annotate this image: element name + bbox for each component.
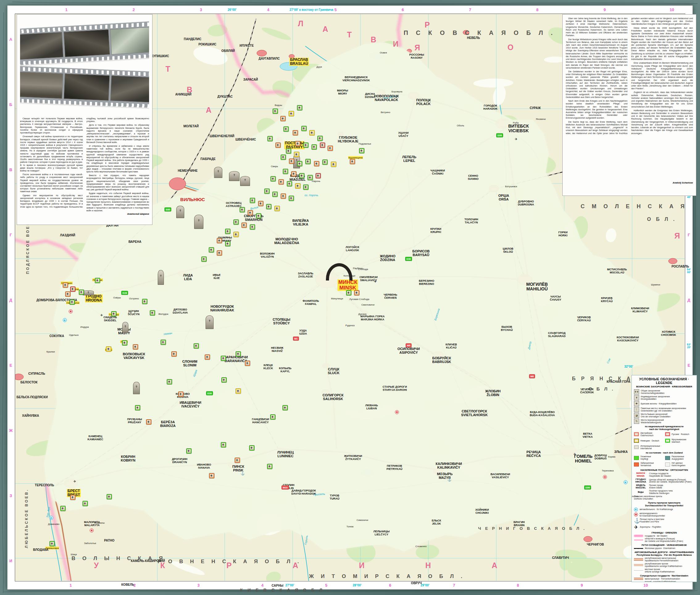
war-grave-marker-icon bbox=[273, 192, 277, 197]
margin-bottom bbox=[7, 581, 693, 590]
country-letter: Я bbox=[674, 231, 680, 240]
war-grave-marker-icon bbox=[295, 183, 300, 189]
city-label: ОВРУЧ bbox=[411, 582, 422, 585]
legend-row-label: Столицы государствHauptstädte der Staate… bbox=[649, 472, 671, 477]
city-label: ЛИДАLIDA bbox=[183, 274, 192, 281]
city-label: ЧЕРНИГОВ bbox=[587, 543, 604, 546]
longitude-label-top: 26°00' bbox=[228, 8, 237, 11]
city-label: ПАНДЕЛИС bbox=[184, 38, 202, 41]
rail-crossing-icon bbox=[603, 475, 607, 479]
city-label: ДУБРОВНОDUBROŬNA bbox=[518, 200, 534, 206]
ww1-photo-icon bbox=[20, 72, 63, 99]
railway-sample bbox=[634, 548, 643, 549]
legend-row-label: прочие · sonstige Kraftfahrbahnen bbox=[645, 580, 676, 582]
legend-grave-type: ✚Братские могилы · Kriegsgräberstätten bbox=[634, 401, 695, 406]
country-letter: У bbox=[94, 561, 99, 570]
legend-row-label: Железные дороги · Eisenbahnen bbox=[645, 547, 675, 549]
war-grave-marker-icon bbox=[350, 159, 355, 164]
city-label: ХАЙНУВКА bbox=[22, 414, 39, 418]
city-label: КРИЧЕВKRYČAŬ bbox=[601, 297, 613, 303]
city-label: ОСИПОВИЧИASIPOVIČY bbox=[398, 347, 420, 355]
grid-number-bottom: 10 bbox=[643, 583, 648, 588]
war-grave-marker-icon bbox=[314, 161, 319, 166]
village-label: Желудок bbox=[158, 313, 169, 315]
city-label: МАЛОРИТАMALARYTA bbox=[84, 521, 100, 527]
city-label: СЛУЦКSLUCK bbox=[328, 368, 339, 375]
legend-grave-type: ✟✟Общие захороненияGemeinschaftsgrabstät… bbox=[634, 389, 695, 395]
grid-letter-left: Е bbox=[9, 363, 12, 368]
gravestone-photo bbox=[176, 206, 184, 218]
nationality-swatch-rus bbox=[665, 432, 670, 436]
country-letter: Л bbox=[298, 19, 303, 28]
country-letter: Т bbox=[165, 64, 170, 74]
war-grave-marker-icon bbox=[112, 311, 116, 316]
city-label: СУПРАСЛЬ bbox=[28, 372, 45, 376]
legend-row-label: автомобильного · für Kraftfahrzeuge bbox=[640, 508, 673, 511]
city-label: НОВОГРУДОКNAVAHRUDAK bbox=[210, 305, 234, 312]
grave-type-icon: ◪ bbox=[634, 413, 639, 418]
city-label: КАМЕНЬ-КАШИРСКИЙ bbox=[131, 560, 165, 563]
war-grave-marker-icon bbox=[359, 148, 364, 153]
city-label: ПОСТАВЫPASTAVY bbox=[284, 141, 305, 149]
gravestone-photo bbox=[122, 322, 128, 333]
legend-crossing: железнодорожногоfür Eisenbahntransportmi… bbox=[634, 512, 695, 517]
village-label: Слобода bbox=[358, 268, 368, 271]
gravestone-photo bbox=[83, 290, 94, 295]
grid-letter-right: Г bbox=[688, 233, 690, 237]
nationality-swatch-isl bbox=[665, 439, 670, 443]
grid-number-bottom: 7 bbox=[453, 583, 455, 588]
legend-row-label: Немецкие · Deutsch bbox=[640, 440, 659, 442]
grave-type-icon: ✟✟ bbox=[634, 389, 639, 395]
grid-letter-left: Д bbox=[9, 298, 12, 303]
road-sample bbox=[634, 570, 643, 571]
legend-road-neighbor: прочие · sonstige Kraftfahrbahnen bbox=[634, 580, 695, 582]
city-label: СОКУЛКА bbox=[50, 335, 64, 338]
village-label: Крулевщина bbox=[348, 156, 363, 159]
map-board: 123456789101234567891026°00'27°00' к вос… bbox=[0, 0, 700, 595]
legend-grave-type: ↻Места перезахороненийWiederbestattungso… bbox=[634, 419, 695, 424]
city-label: ЕЛЬСКJELSK bbox=[432, 519, 442, 525]
grid-number-bottom: 8 bbox=[517, 583, 519, 588]
intro-paragraph: Свыше четырёх лет полыхала Первая мирова… bbox=[20, 117, 83, 134]
city-label: ЛУНИНЕЦLUNINIEC bbox=[277, 451, 294, 458]
grid-number-top: 1 bbox=[65, 7, 67, 12]
region-label: ЛЮБЕЛЬСКОЕ ВОЕВ. bbox=[24, 489, 29, 548]
war-grave-marker-icon bbox=[331, 162, 336, 167]
country-letter: И bbox=[359, 561, 365, 570]
village-label: Мачулищи bbox=[331, 297, 343, 300]
legend-row-label: областей и воеводств (Польша)der Gebiete… bbox=[645, 538, 683, 542]
road-crossing-icon bbox=[624, 480, 628, 484]
legend-settlement: ГРОДНО HRODNAЦентры областей, воеводств … bbox=[634, 478, 695, 484]
city-label: ВЕРХНЕДВИНСКVIERCHNIADZVINSK bbox=[342, 76, 370, 82]
city-label: СТАРЫЕ ДОРОГИSTARYJA DAROHI bbox=[383, 386, 407, 391]
river-label: оз. Нарочь bbox=[305, 194, 318, 197]
legend-road: республиканские магистральныеrepublikani… bbox=[634, 557, 695, 562]
war-grave-marker-icon bbox=[236, 389, 241, 394]
city-label: БРАГИНBRAHIN bbox=[514, 521, 525, 527]
border-sample bbox=[634, 535, 643, 537]
legend-row-label: Общие захороненияGemeinschaftsgrabstätte… bbox=[641, 390, 665, 395]
intro-paragraph: Огненный смерч той войны прокатился и по… bbox=[20, 135, 83, 172]
war-grave-marker-icon bbox=[283, 405, 288, 410]
city-label: ПОЛОЦКPOLACK bbox=[416, 98, 431, 106]
legend-road-neighbor: магистральные · Fernverkehrsstraßen bbox=[634, 578, 695, 580]
war-grave-marker-icon bbox=[107, 494, 112, 499]
city-label: КОПЫЛЬKAPYĹ bbox=[279, 367, 292, 373]
city-label: ЛЕЛЬЧИЦЫLIEĹČYCY bbox=[373, 530, 390, 536]
war-grave-marker-icon bbox=[250, 198, 255, 203]
village-label: Симоничи bbox=[357, 519, 368, 521]
city-label: СУРАЖ bbox=[529, 107, 541, 110]
legend-settlement: МЯДЕЛЬ MIADZIELПрочие городаAndere Städt… bbox=[634, 484, 695, 489]
city-label: РОСЛАВЛЬ bbox=[672, 265, 689, 268]
war-grave-marker-icon bbox=[287, 181, 292, 186]
legend-heading: АВТОМОБИЛЬНЫЕ ДОРОГИ · KRAFTFAHRBAHNENРе… bbox=[634, 551, 695, 557]
village-label: Богушевск bbox=[505, 185, 517, 188]
grid-letter-left: Б bbox=[9, 102, 12, 107]
region-label: С М О Л Е Н С К А Я bbox=[581, 203, 687, 210]
village-label: Словечно bbox=[416, 545, 427, 548]
city-label: БАРАНОВИЧИBARANAVIČY bbox=[224, 356, 248, 363]
legend-railway: Железные дороги · Eisenbahnen bbox=[634, 547, 695, 549]
grid-number-top: 5 bbox=[334, 7, 336, 12]
city-label: ХОТИМСКCHOCIMSK bbox=[661, 331, 676, 336]
city-label: МАРЬИНА ГОРКАMARJINA HORKA bbox=[361, 315, 385, 321]
